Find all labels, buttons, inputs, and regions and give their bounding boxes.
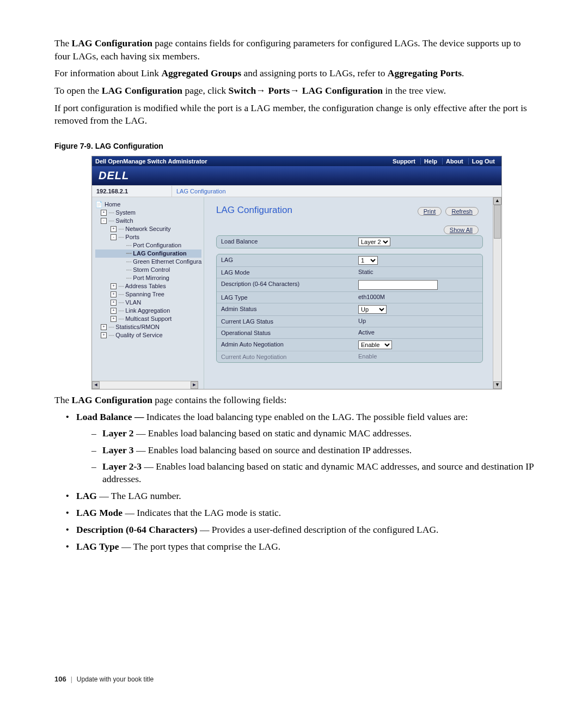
window-titlebar: Dell OpenManage Switch Administrator Sup… (92, 156, 501, 166)
field-label: Current Auto Negotiation (217, 351, 356, 362)
scroll-down-icon[interactable]: ▼ (493, 381, 501, 389)
description-input[interactable] (358, 280, 438, 290)
tree-h-scrollbar[interactable]: ◄ ► (92, 381, 198, 389)
admin-status-select[interactable]: Up (358, 305, 387, 314)
lag-select[interactable]: 1 (358, 256, 378, 265)
intro-paragraph-4: If port configuration is modified while … (54, 102, 539, 127)
scroll-right-icon[interactable]: ► (191, 381, 198, 389)
content-pane: LAG Configuration Print Refresh Show All… (204, 197, 501, 389)
refresh-button[interactable]: Refresh (445, 207, 479, 216)
expand-icon[interactable]: + (101, 324, 107, 330)
field-label: Admin Status (217, 303, 356, 315)
field-label: LAG Mode (217, 267, 356, 278)
content-v-scrollbar[interactable]: ▲ ▼ (493, 197, 501, 389)
app-screenshot: Dell OpenManage Switch Administrator Sup… (91, 156, 502, 389)
print-button[interactable]: Print (418, 207, 442, 216)
expand-icon[interactable]: + (101, 210, 107, 216)
field-label: Current LAG Status (217, 316, 356, 327)
nav-tree[interactable]: 📄 Home +····· System -····· Switch +····… (92, 197, 204, 389)
collapse-icon[interactable]: - (111, 234, 117, 240)
nav-help[interactable]: Help (420, 158, 440, 165)
load-balance-select[interactable]: Layer 2 (358, 238, 390, 246)
nav-support[interactable]: Support (389, 158, 419, 165)
nav-about[interactable]: About (442, 158, 467, 165)
field-list: Load Balance — Indicates the load balanc… (76, 411, 539, 553)
lag-type-value: eth1000M (356, 292, 482, 303)
collapse-icon[interactable]: - (101, 218, 107, 224)
field-label: LAG Type (217, 292, 356, 303)
figure-caption: Figure 7-9. LAG Configuration (54, 142, 539, 150)
home-icon: 📄 (95, 201, 103, 208)
window-title: Dell OpenManage Switch Administrator (95, 158, 389, 165)
expand-icon[interactable]: + (111, 226, 117, 232)
page-footer: 106|Update with your book title (54, 675, 154, 683)
cur-auto-neg-value: Enable (356, 351, 482, 362)
scroll-up-icon[interactable]: ▲ (493, 197, 501, 205)
field-label: Load Balance (217, 236, 356, 248)
breadcrumb: LAG Configuration (172, 186, 230, 197)
expand-icon[interactable]: + (111, 283, 117, 289)
field-label: LAG (217, 254, 356, 266)
intro-paragraph-1: The LAG Configuration page contains fiel… (54, 37, 539, 63)
expand-icon[interactable]: + (111, 291, 117, 297)
field-label: Admin Auto Negotiation (217, 339, 356, 351)
scroll-thumb[interactable] (494, 205, 501, 239)
lag-mode-value: Static (356, 267, 482, 278)
expand-icon[interactable]: + (111, 316, 117, 322)
field-label: Description (0-64 Characters) (217, 278, 356, 291)
tree-selected[interactable]: LAG Configuration (133, 250, 186, 257)
after-figure-text: The LAG Configuration page contains the … (54, 394, 539, 407)
intro-paragraph-2: For information about Link Aggregated Gr… (54, 67, 539, 80)
device-ip: 192.168.2.1 (92, 186, 172, 197)
expand-icon[interactable]: + (111, 300, 117, 306)
dell-logo: DELL (92, 166, 501, 185)
nav-logout[interactable]: Log Out (468, 158, 498, 165)
current-status-value: Up (356, 316, 482, 327)
op-status-value: Active (356, 327, 482, 338)
expand-icon[interactable]: + (101, 332, 107, 338)
intro-paragraph-3: To open the LAG Configuration page, clic… (54, 84, 539, 98)
breadcrumb-bar: 192.168.2.1 LAG Configuration (92, 185, 501, 197)
show-all-button[interactable]: Show All (444, 226, 479, 234)
expand-icon[interactable]: + (111, 308, 117, 314)
auto-neg-select[interactable]: Enable (358, 340, 392, 349)
scroll-left-icon[interactable]: ◄ (92, 381, 100, 389)
field-label: Operational Status (217, 327, 356, 338)
